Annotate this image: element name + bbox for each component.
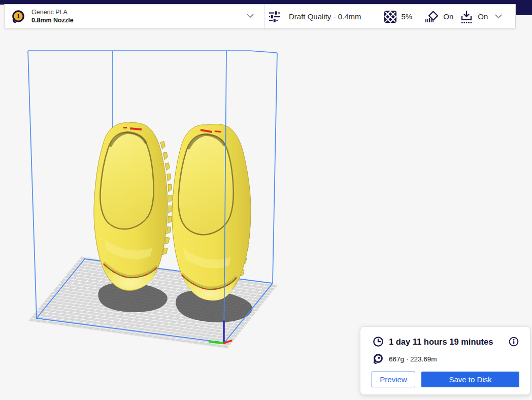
clock-icon (373, 336, 384, 347)
print-time: 1 day 11 hours 19 minutes (389, 337, 493, 347)
material-usage-row: 667g · 223.69m (373, 353, 437, 364)
print-time-row: 1 day 11 hours 19 minutes (373, 336, 506, 347)
infill-value: 5% (402, 12, 413, 21)
support-diamond-icon (424, 10, 439, 23)
adhesion-tray-icon (460, 10, 473, 24)
infill-grid-icon (384, 10, 397, 23)
nozzle-size: 0.8mm Nozzle (31, 17, 74, 25)
action-buttons: Preview Save to Disk (372, 372, 519, 387)
info-icon[interactable] (509, 337, 519, 347)
preview-button[interactable]: Preview (372, 372, 415, 387)
model-right-slide[interactable] (172, 124, 251, 301)
chevron-down-icon (495, 14, 502, 19)
print-setup-selector[interactable]: Draft Quality - 0.4mm 5% On (264, 5, 515, 28)
profile-label: Draft Quality - 0.4mm (289, 12, 361, 21)
material-name: Generic PLA (31, 9, 74, 17)
material-usage: 667g · 223.69m (389, 355, 437, 363)
support-value: On (443, 12, 453, 21)
sliders-icon (269, 10, 281, 23)
chevron-down-icon (247, 14, 254, 18)
extruder-spool-icon: 1 (11, 9, 26, 24)
filament-spool-icon (373, 353, 383, 364)
save-to-disk-button[interactable]: Save to Disk (421, 372, 519, 387)
print-settings-toolbar: 1 Generic PLA 0.8mm Nozzle (4, 4, 516, 29)
header-navy-corner (516, 0, 532, 15)
application-window: 1 Generic PLA 0.8mm Nozzle (0, 0, 532, 400)
material-selector[interactable]: 1 Generic PLA 0.8mm Nozzle (5, 5, 264, 28)
print-summary-panel: 1 day 11 hours 19 minutes 667g · 223.69m… (360, 326, 530, 395)
model-left-slide[interactable] (94, 123, 172, 291)
extruder-number: 1 (17, 13, 20, 19)
adhesion-value: On (478, 12, 488, 21)
